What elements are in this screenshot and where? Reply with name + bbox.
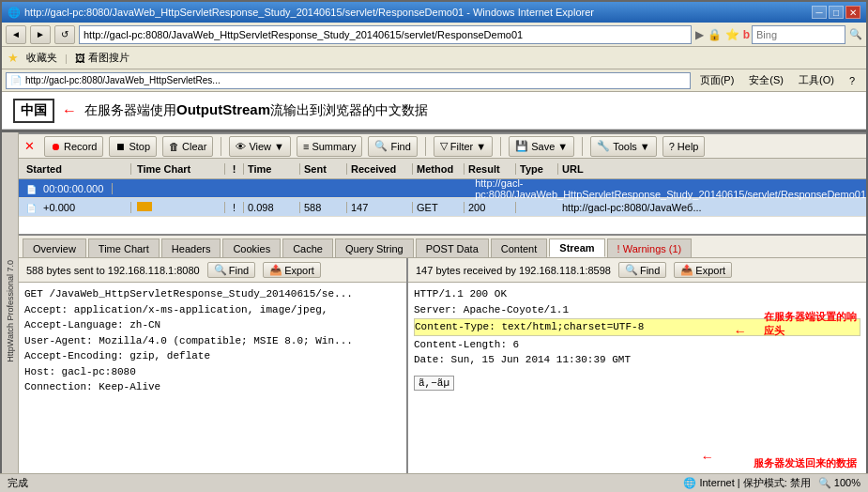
table-row[interactable]: 📄 +0.000 ! 0.098 588 147 GET 200 http://…: [19, 198, 866, 217]
request-line-4: Accept-Encoding: gzip, deflate: [24, 348, 401, 364]
right-find-button[interactable]: 🔍 Find: [618, 262, 666, 278]
menu-items: 页面(P) 安全(S) 工具(O) ?: [693, 71, 862, 89]
col-header-started[interactable]: Started: [19, 163, 131, 175]
refresh-button[interactable]: ↺: [54, 25, 75, 44]
close-button[interactable]: ✕: [845, 6, 860, 19]
col-header-timechart[interactable]: Time Chart: [131, 163, 225, 175]
minimize-button[interactable]: ─: [812, 6, 827, 19]
right-bytes-info: 147 bytes received by 192.168.118.1:8598: [416, 265, 611, 276]
col-header-exclaim: !: [225, 163, 244, 175]
tab-timechart[interactable]: Time Chart: [88, 238, 160, 257]
filter-button[interactable]: ▽ Filter ▼: [434, 136, 493, 157]
cell-time-1: 0.098: [244, 202, 300, 213]
status-done: 完成: [8, 476, 676, 490]
tab-content[interactable]: Content: [491, 238, 548, 257]
left-find-icon: 🔍: [214, 264, 227, 276]
back-button[interactable]: ◄: [6, 25, 26, 44]
stop-icon: ⏹: [115, 141, 126, 152]
menu-security[interactable]: 安全(S): [741, 71, 791, 89]
search-button[interactable]: 🔍: [849, 28, 862, 40]
title-bar-left: 🌐 http://gacl-pc:8080/JavaWeb_HttpServle…: [8, 7, 594, 19]
response-line-0: HTTP/1.1 200 OK: [414, 286, 860, 302]
httpwatch-sidebar: HttpWatch Professional 7.0: [2, 132, 19, 490]
left-panel-content: GET /JavaWeb_HttpServletResponse_Study_2…: [19, 283, 406, 479]
request-line-3: User-Agent: Mozilla/4.0 (compatible; MSI…: [24, 333, 401, 349]
col-header-result[interactable]: Result: [464, 163, 516, 175]
tools-button[interactable]: 🔧 Tools ▼: [590, 136, 657, 157]
row-icon-1: 📄: [26, 204, 37, 213]
annotation-response-data: 服务器发送回来的数据: [754, 456, 857, 472]
cell-sent-1: 588: [300, 202, 347, 213]
tab-warnings[interactable]: ! Warnings (1): [607, 238, 693, 257]
help-button[interactable]: ? Help: [662, 136, 706, 157]
left-panel: 588 bytes sent to 192.168.118.1:8080 🔍 F…: [19, 258, 408, 490]
cell-result-1: 200: [464, 202, 516, 213]
annotation-arrow-2: ←: [704, 448, 711, 468]
save-chevron: ▼: [557, 141, 568, 152]
request-line-0: GET /JavaWeb_HttpServletResponse_Study_2…: [24, 286, 401, 302]
menu-page[interactable]: 页面(P): [693, 71, 742, 89]
summary-icon: ≡: [303, 141, 309, 152]
page-icon: 📄: [10, 75, 22, 85]
request-line-1: Accept: application/x-ms-application, im…: [24, 302, 401, 318]
cell-method-1: GET: [413, 202, 464, 213]
col-header-method[interactable]: Method: [413, 163, 464, 175]
fiddler-close[interactable]: ✕: [24, 139, 35, 153]
add-favorite-icon[interactable]: ⭐: [725, 28, 739, 41]
go-button[interactable]: ▶: [695, 28, 704, 41]
tab-headers[interactable]: Headers: [161, 238, 221, 257]
detail-tabs: Overview Time Chart Headers Cookies Cach…: [19, 236, 866, 258]
tools-chevron: ▼: [640, 141, 650, 152]
tools-icon: 🔧: [597, 140, 610, 152]
clear-button[interactable]: 🗑 Clear: [162, 136, 213, 157]
favorites-bar: ★ 收藏夹 | 🖼 看图搜片: [2, 47, 866, 69]
tab-postdata[interactable]: POST Data: [416, 238, 489, 257]
tab-cookies[interactable]: Cookies: [222, 238, 281, 257]
view-button[interactable]: 👁 View ▼: [229, 136, 291, 157]
table-row[interactable]: 📄 00:00:00.000 http://gacl-pc:8080/JavaW…: [19, 179, 866, 198]
maximize-button[interactable]: □: [829, 6, 844, 19]
col-header-url[interactable]: URL: [558, 163, 866, 175]
status-zoom: 🔍 100%: [818, 477, 860, 489]
menu-tools[interactable]: 工具(O): [791, 71, 842, 89]
tab-cache[interactable]: Cache: [282, 238, 333, 257]
favorites-label[interactable]: 收藏夹: [26, 51, 57, 65]
response-data-value: ã,−ãµ: [414, 376, 454, 391]
annotation-response-headers: 在服务器端设置的响应头: [764, 311, 857, 340]
internet-icon: 🌐: [683, 477, 696, 488]
window-controls: ─ □ ✕: [812, 6, 860, 19]
forward-button[interactable]: ►: [30, 25, 51, 44]
tab-overview[interactable]: Overview: [23, 238, 86, 257]
annotation-arrow-1: ←: [737, 322, 744, 342]
left-export-button[interactable]: 📤 Export: [263, 262, 321, 278]
cell-started-1: 📄 +0.000: [19, 202, 131, 213]
address-input[interactable]: [79, 25, 692, 44]
request-line-2: Accept-Language: zh-CN: [24, 317, 401, 333]
menu-help[interactable]: ?: [842, 73, 862, 88]
view-icon: 👁: [236, 141, 246, 152]
tab-querystring[interactable]: Query String: [335, 238, 414, 257]
right-panel-header: 147 bytes received by 192.168.118.1:8598…: [408, 258, 866, 283]
stop-button[interactable]: ⏹ Stop: [109, 136, 157, 157]
col-header-sent[interactable]: Sent: [300, 163, 347, 175]
find-toolbar-button[interactable]: 🔍 Find: [368, 136, 417, 157]
col-header-received[interactable]: Received: [347, 163, 413, 175]
record-button[interactable]: ⏺ Record: [44, 136, 103, 157]
tab-stream[interactable]: Stream: [549, 238, 604, 257]
response-line-4: Date: Sun, 15 Jun 2014 11:30:39 GMT: [414, 352, 860, 368]
left-find-button[interactable]: 🔍 Find: [207, 262, 255, 278]
summary-button[interactable]: ≡ Summary: [297, 136, 362, 157]
right-export-button[interactable]: 📤 Export: [674, 262, 732, 278]
browser-window: 🌐 http://gacl-pc:8080/JavaWeb_HttpServle…: [0, 0, 868, 492]
fav-item-1[interactable]: 🖼 看图搜片: [75, 51, 129, 65]
search-input[interactable]: [752, 25, 845, 44]
col-header-type[interactable]: Type: [516, 163, 558, 175]
right-panel-content: HTTP/1.1 200 OK Server: Apache-Coyote/1.…: [408, 283, 866, 490]
col-header-time[interactable]: Time: [244, 163, 300, 175]
toolbar-sep-2: [425, 137, 426, 156]
status-zone: 🌐 Internet | 保护模式: 禁用: [683, 476, 810, 490]
request-line-6: Connection: Keep-Alive: [24, 379, 401, 395]
httpwatch-section: HttpWatch Professional 7.0 ✕ ⏺ Record ⏹ …: [2, 130, 866, 490]
browser-icon: 🌐: [8, 7, 21, 19]
save-button[interactable]: 💾 Save ▼: [509, 136, 574, 157]
